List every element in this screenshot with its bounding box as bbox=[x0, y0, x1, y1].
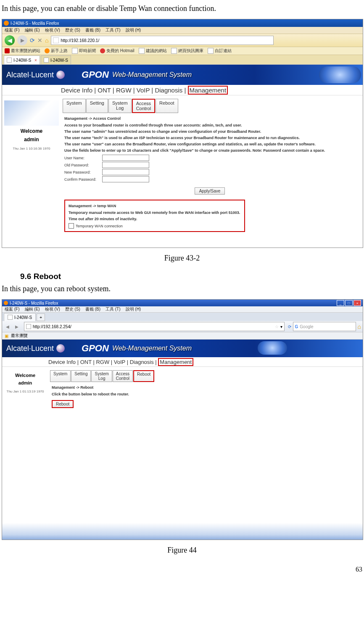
url-bar-2[interactable]: http://192.168.2.254/ ☆ ▾ bbox=[24, 322, 285, 331]
screenshot-2: I-240W-S - Mozilla Firefox _ □ × 檔案 (F) … bbox=[2, 299, 363, 540]
bm-webslice[interactable]: 網頁快訊圖庫 bbox=[171, 48, 203, 54]
topnav-management-2[interactable]: Management bbox=[158, 358, 193, 366]
menu-history[interactable]: 歷史 (S) bbox=[65, 27, 80, 33]
reboot-instruction: Click the button below to reboot the rou… bbox=[52, 392, 355, 396]
subtab-system[interactable]: System bbox=[63, 99, 86, 113]
subtab-setting[interactable]: Setting bbox=[86, 99, 108, 113]
input-oldpw[interactable] bbox=[102, 162, 149, 168]
menu-bookmarks[interactable]: 書籤 (B) bbox=[85, 27, 100, 33]
folder-icon: ▣ bbox=[5, 334, 8, 338]
reload-button[interactable]: ⟳ bbox=[288, 324, 291, 329]
gpon-label-2: GPON bbox=[82, 343, 109, 354]
wms-label: Web-Management System bbox=[112, 71, 192, 79]
bm-hotmail[interactable]: 免費的 Hotmail bbox=[100, 48, 135, 54]
bm-mostvisited[interactable]: 最常瀏覽的網站 bbox=[5, 48, 40, 54]
home-button[interactable]: ⌂ bbox=[358, 323, 361, 330]
subtab-reboot[interactable]: Reboot bbox=[156, 99, 178, 113]
hl-line-1: Temporary manual remote access to Web GU… bbox=[69, 211, 241, 215]
url-text-2: http://192.168.2.254/ bbox=[33, 324, 71, 329]
search-placeholder: Google bbox=[300, 324, 313, 329]
subtab-accesscontrol[interactable]: AccessControl bbox=[113, 370, 133, 382]
window-title: I-240W-S - Mozilla Firefox bbox=[11, 21, 59, 26]
menu-help[interactable]: 說明 (H) bbox=[126, 27, 141, 33]
menubar-2: 檔案 (F) 編輯 (E) 檢視 (V) 歷史 (S) 書籤 (B) 工具 (T… bbox=[2, 306, 363, 313]
menu-help[interactable]: 說明 (H) bbox=[126, 306, 141, 312]
subtab-reboot[interactable]: Reboot bbox=[133, 370, 154, 382]
menu-view[interactable]: 檢視 (V) bbox=[45, 306, 60, 312]
back-button[interactable]: ◀ bbox=[5, 35, 15, 45]
subtab-bar: System Setting SystemLog AccessControl R… bbox=[63, 99, 359, 113]
stop-button[interactable]: ✕ bbox=[37, 37, 42, 44]
topnav-links-2[interactable]: Device Info | ONT | RGW | VoIP | Diagnos… bbox=[48, 359, 158, 365]
subtab-system[interactable]: System bbox=[50, 370, 71, 382]
maximize-button[interactable]: □ bbox=[345, 300, 353, 306]
close-tab-icon[interactable]: × bbox=[34, 58, 37, 63]
bookmark-bar: 最常瀏覽的網站 新手上路 即時新聞 免費的 Hotmail 建議的網站 網頁快訊… bbox=[2, 47, 363, 55]
close-button[interactable]: × bbox=[353, 300, 361, 306]
info-line-1: Access to your broadband router is contr… bbox=[64, 123, 355, 127]
swoosh-graphic-2 bbox=[258, 341, 287, 355]
top-nav: Device Info | ONT | RGW | VoIP | Diagnos… bbox=[2, 85, 363, 95]
reboot-button[interactable]: Reboot bbox=[52, 400, 74, 408]
tab-inactive[interactable]: I-240W-S bbox=[41, 55, 71, 64]
subtab-accesscontrol[interactable]: AccessControl bbox=[132, 99, 155, 113]
url-bar[interactable]: http://192.168.220.1/ bbox=[51, 36, 274, 45]
forward-button[interactable]: ▶ bbox=[17, 35, 27, 45]
new-tab-button[interactable]: + bbox=[37, 313, 45, 321]
menu-tools[interactable]: 工具 (T) bbox=[106, 306, 121, 312]
info-line-3: The user name "tech" is used to allow an… bbox=[64, 136, 355, 140]
bm-news[interactable]: 即時新聞 bbox=[72, 48, 96, 54]
brand-logo-icon bbox=[56, 71, 65, 79]
bm-custom[interactable]: 自訂連結 bbox=[208, 48, 232, 54]
figure-caption-2: Figure 44 bbox=[2, 546, 362, 555]
bm-getstarted[interactable]: 新手上路 bbox=[45, 48, 68, 54]
menu-bookmarks[interactable]: 書籤 (B) bbox=[85, 306, 100, 312]
dropdown-icon[interactable]: ▾ bbox=[280, 324, 282, 329]
bookmark-star-icon[interactable]: ☆ bbox=[275, 324, 279, 329]
subtab-systemlog[interactable]: SystemLog bbox=[91, 370, 112, 382]
input-newpw[interactable] bbox=[102, 169, 149, 175]
menu-history[interactable]: 歷史 (S) bbox=[65, 306, 80, 312]
menu-tools[interactable]: 工具 (T) bbox=[106, 27, 121, 33]
input-confpw[interactable] bbox=[102, 176, 149, 182]
window-buttons: _ □ × bbox=[337, 300, 361, 306]
temp-wan-checkbox[interactable] bbox=[69, 223, 74, 229]
apply-save-button[interactable]: Apply/Save bbox=[195, 187, 225, 195]
minimize-button[interactable]: _ bbox=[337, 300, 344, 306]
info-line-2: The user name "admin" has unrestricted a… bbox=[64, 129, 355, 134]
tab-active-2[interactable]: I-240W-S bbox=[4, 313, 36, 321]
temp-wan-box: Management -> temp WAN Temporary manual … bbox=[64, 200, 245, 232]
back-button[interactable]: ◀ bbox=[4, 323, 11, 330]
timestamp: Thu Jan 1 10:16:36 1970 bbox=[2, 147, 61, 150]
menu-file[interactable]: 檔案 (F) bbox=[5, 306, 20, 312]
timestamp-2: Thu Jan 1 01:13:19 1970 bbox=[2, 390, 48, 393]
input-username[interactable] bbox=[102, 155, 149, 161]
bookmark-bar-2: ▣ 最常瀏覽 bbox=[2, 332, 363, 340]
subtab-bar-2: System Setting SystemLog AccessControl R… bbox=[50, 370, 359, 382]
topnav-links[interactable]: Device Info | ONT | RGW | VoIP | Diagnos… bbox=[61, 87, 188, 94]
subtab-systemlog[interactable]: SystemLog bbox=[108, 99, 132, 113]
url-text: http://192.168.220.1/ bbox=[61, 38, 99, 43]
section-heading: 9.6 Reboot bbox=[20, 272, 362, 281]
bm-suggested[interactable]: 建議的網站 bbox=[139, 48, 167, 54]
sidebar: Welcome admin Thu Jan 1 10:16:36 1970 bbox=[2, 95, 61, 236]
content-area: Management -> Access Control Access to y… bbox=[61, 116, 359, 232]
search-box[interactable]: G Google bbox=[293, 322, 356, 331]
menu-edit[interactable]: 編輯 (E) bbox=[25, 27, 40, 33]
menu-file[interactable]: 檔案 (F) bbox=[5, 27, 20, 33]
user-label-2: admin bbox=[2, 380, 48, 385]
menubar: 檔案 (F) 編輯 (E) 檢視 (V) 歷史 (S) 書籤 (B) 工具 (T… bbox=[2, 27, 363, 34]
tab-active[interactable]: I-240W-S× bbox=[4, 55, 40, 64]
bm-mostvisited-2[interactable]: 最常瀏覽 bbox=[11, 333, 28, 339]
info-line-5: Use the fields below to enter up to 16 c… bbox=[64, 148, 355, 153]
menu-view[interactable]: 檢視 (V) bbox=[45, 27, 60, 33]
breadcrumb: Management -> Access Control bbox=[64, 116, 355, 121]
forward-button[interactable]: ▶ bbox=[13, 323, 21, 330]
reload-button[interactable]: ⟳ bbox=[30, 37, 35, 44]
status-gradient bbox=[2, 523, 363, 540]
window-title-2: I-240W-S - Mozilla Firefox bbox=[10, 301, 58, 306]
subtab-setting[interactable]: Setting bbox=[71, 370, 91, 382]
menu-edit[interactable]: 編輯 (E) bbox=[25, 306, 40, 312]
home-button[interactable]: ⌂ bbox=[45, 37, 48, 44]
topnav-management[interactable]: Management bbox=[188, 86, 228, 95]
